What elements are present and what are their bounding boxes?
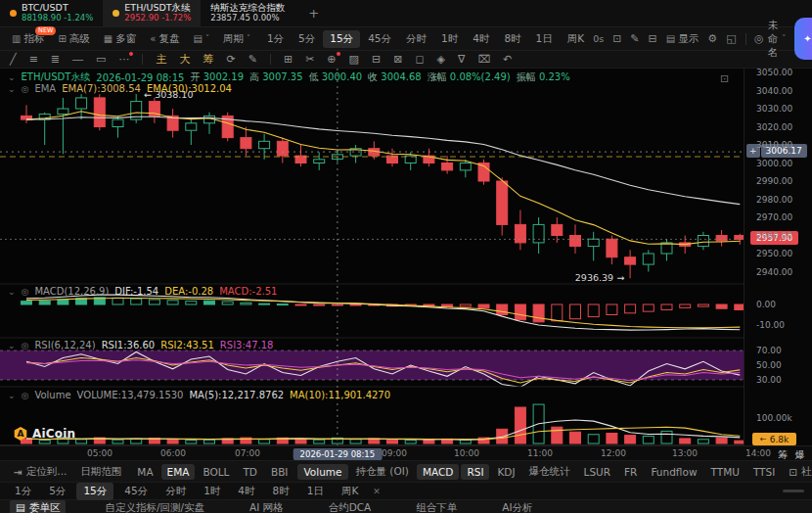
quick-draw[interactable]: ✎ (248, 54, 257, 65)
multi-window-button[interactable]: ▦多窗 (98, 30, 142, 48)
brush-tool[interactable]: ▨ (349, 54, 359, 65)
time-axis[interactable]: 2026-01-29 08:15 筹爆 05:0006:0007:0009:00… (0, 445, 812, 460)
price-axis[interactable]: + 3006.17 2957.90 ← 6.8k 3050.003040.003… (744, 69, 812, 445)
watchlist-tab[interactable]: BTC/USDT88198.90 -1.24% (0, 0, 103, 26)
line-tool[interactable]: ╱ (10, 54, 17, 65)
delete-tool[interactable]: ⌧ (477, 54, 490, 65)
snapshot-tool[interactable]: ◻ (415, 54, 424, 65)
bottom-tab[interactable]: 合约DCA (323, 500, 378, 513)
add-symbol-button[interactable]: + (294, 0, 333, 26)
overlay-ema[interactable]: EMA (161, 464, 196, 480)
bottom-tab[interactable]: AI分析 (496, 500, 538, 513)
indicator-kdj[interactable]: KDJ (491, 464, 520, 480)
bottom-tab[interactable]: AI 网格 (244, 500, 290, 513)
date-range-button[interactable]: 日期范围 (74, 463, 127, 481)
indicator-fundflow[interactable]: Fundflow (645, 464, 702, 480)
indicator-macd[interactable]: MACD (417, 464, 459, 480)
indicator-settings-icon[interactable]: ◎ (22, 287, 29, 297)
indicator-ttmu[interactable]: TTMU (704, 464, 744, 480)
pane-collapse-icon[interactable]: ⌄ (8, 391, 16, 400)
channel-tool[interactable]: ≣ (51, 54, 60, 65)
rectangle-tool[interactable]: ▭ (96, 54, 106, 65)
pane-collapse-icon[interactable]: ⌄ (8, 287, 16, 297)
bottom-tab[interactable]: ▤委单区 (10, 500, 66, 513)
layout-select[interactable]: ▤˅ (187, 31, 214, 46)
watchlist-tab[interactable]: 纳斯达克综合指数23857.45 0.00% (201, 0, 294, 26)
indicator-ttsi[interactable]: TTSI (747, 464, 781, 480)
timeframe2-45分[interactable]: 45分 (117, 483, 155, 500)
horizontal-line-tool[interactable]: ― (72, 54, 83, 65)
indicator-settings-icon[interactable]: ◎ (22, 391, 29, 400)
tag-tool[interactable]: ◈ (437, 54, 445, 65)
timeframe2-15分[interactable]: 15分 (76, 483, 113, 500)
filter-tool[interactable]: ∇ (458, 54, 465, 65)
scrollbar-thumb[interactable] (783, 490, 804, 492)
timeframe-4时[interactable]: 4时 (466, 30, 496, 48)
indicator-volume[interactable]: Volume (297, 464, 347, 480)
trendline-tool[interactable]: ≡ (29, 54, 38, 65)
chip-distribution-toggle[interactable]: 筹 (203, 54, 213, 65)
timeframe2-4时[interactable]: 4时 (231, 483, 261, 500)
advanced-button[interactable]: ⊞高级 (52, 30, 95, 48)
timeframe-周K[interactable]: 周K (561, 30, 591, 48)
timeframe-分时[interactable]: 分时 (399, 30, 433, 48)
replay-button[interactable]: «复盘 (144, 30, 185, 48)
axis-button-筹[interactable]: 筹 (778, 448, 788, 462)
eraser-tool[interactable]: ✂ (305, 54, 314, 65)
large-view-toggle[interactable]: 大 (179, 54, 190, 65)
timeframe-1分[interactable]: 1分 (260, 30, 291, 48)
ai-analysis-button[interactable]: ✦ AI解读 (794, 18, 812, 60)
timeframe-1日[interactable]: 1日 (529, 30, 560, 48)
indicator-settings-icon[interactable]: ◎ (22, 341, 29, 350)
bottom-tab[interactable]: 自定义指标/回测/实盘 (99, 500, 210, 513)
timeframe-5分[interactable]: 5分 (292, 30, 322, 48)
more-tools[interactable]: ⋯ (118, 54, 129, 65)
timeframe-15分[interactable]: 15分 (323, 30, 360, 48)
timeframe2-1日[interactable]: 1日 (300, 483, 331, 500)
timeframe2-周K[interactable]: 周K (335, 483, 365, 500)
pane-collapse-icon[interactable]: ⌄ (8, 72, 16, 82)
pane-collapse-icon[interactable]: ⌄ (8, 84, 16, 94)
indicator-oi[interactable]: 持仓量 (OI) (350, 463, 415, 481)
indicator-[interactable]: 爆仓统计 (523, 463, 576, 481)
gear-icon[interactable]: ⚙ (707, 32, 717, 45)
fullscreen-icon[interactable]: ◱ (726, 32, 736, 45)
timeframe-1时[interactable]: 1时 (434, 30, 465, 48)
indicator-fr[interactable]: FR (618, 464, 643, 480)
lock-tool[interactable]: ⊠ (393, 54, 402, 65)
watchlist-tab[interactable]: ETH/USDT永续2952.90 -1.72% (103, 0, 201, 26)
community-indicators-button[interactable]: ⊡社区指标 (783, 463, 812, 481)
overlay-bbi[interactable]: BBI (265, 464, 294, 480)
layout-menu[interactable]: ◎ 未命名 ˅ (754, 19, 786, 60)
timeframe2-5分[interactable]: 5分 (42, 483, 72, 500)
chart-area[interactable]: ← 3038.102936.39 → ⌄ ETH/USDT永续 2026-01-… (0, 69, 812, 445)
indicator-lsur[interactable]: LSUR (578, 464, 617, 480)
timeframe2-分时[interactable]: 分时 (158, 483, 193, 500)
compare-icon[interactable]: ⊟ (649, 32, 657, 45)
timeframe2-8时[interactable]: 8时 (266, 483, 296, 500)
locate-button[interactable]: ⇥定位到... (8, 463, 72, 481)
layout-refresh[interactable]: ⟳ (226, 54, 235, 65)
indicator-settings-icon[interactable]: ◎ (22, 84, 29, 94)
undo-tool[interactable]: ↶ (503, 54, 512, 65)
overlay-td[interactable]: TD (237, 464, 263, 480)
zoom-tool[interactable]: ⊕ (327, 54, 336, 65)
display-settings-button[interactable]: ▤ 显示 (666, 32, 699, 46)
chart-camera-icon[interactable]: ⊡ (720, 72, 729, 85)
timeframe-45分[interactable]: 45分 (361, 30, 398, 48)
copy-tool[interactable]: ⊞ (284, 54, 293, 65)
timeframe2-1时[interactable]: 1时 (197, 483, 227, 500)
measure-tool[interactable]: ⊟ (372, 54, 381, 65)
close-icon[interactable]: ✕ (369, 487, 384, 496)
overlay-ma[interactable]: MA (131, 464, 158, 480)
axis-button-爆[interactable]: 爆 (795, 448, 805, 462)
indicator-button[interactable]: ▥指标NEW (6, 30, 50, 48)
camera-icon[interactable]: ⊡ (612, 32, 621, 45)
edit-icon[interactable]: ✎ (630, 32, 639, 45)
period-select[interactable]: 周期˅ (217, 30, 256, 48)
indicator-rsi[interactable]: RSI (461, 464, 489, 480)
timeframe2-1分[interactable]: 1分 (8, 483, 38, 500)
bottom-tab[interactable]: 组合下单 (410, 500, 463, 513)
pane-collapse-icon[interactable]: ⌄ (8, 341, 16, 350)
timeframe-8时[interactable]: 8时 (497, 30, 527, 48)
